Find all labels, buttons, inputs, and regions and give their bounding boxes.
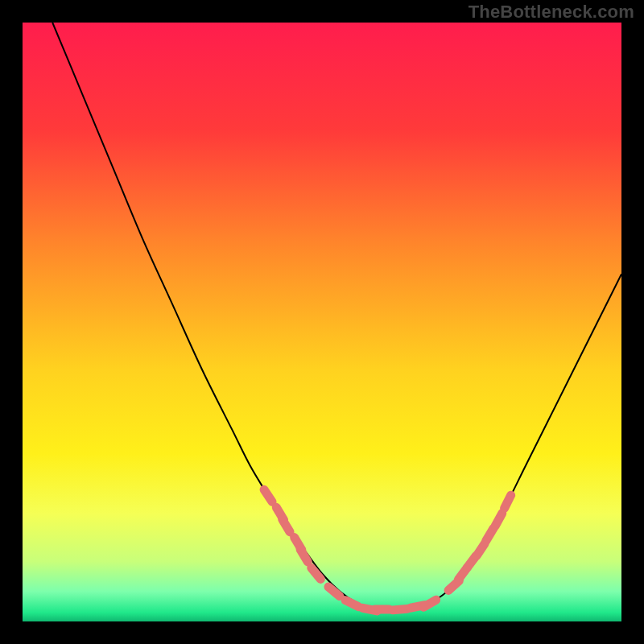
- gradient-background: [23, 23, 621, 621]
- marker-dot: [423, 600, 436, 607]
- watermark-text: TheBottleneck.com: [469, 2, 634, 23]
- marker-dot: [393, 609, 407, 609]
- chart-frame: TheBottleneck.com: [0, 0, 644, 644]
- marker-dot: [345, 601, 358, 607]
- marker-dot: [495, 514, 502, 526]
- bottleneck-plot: [23, 23, 621, 621]
- marker-dot: [505, 495, 511, 508]
